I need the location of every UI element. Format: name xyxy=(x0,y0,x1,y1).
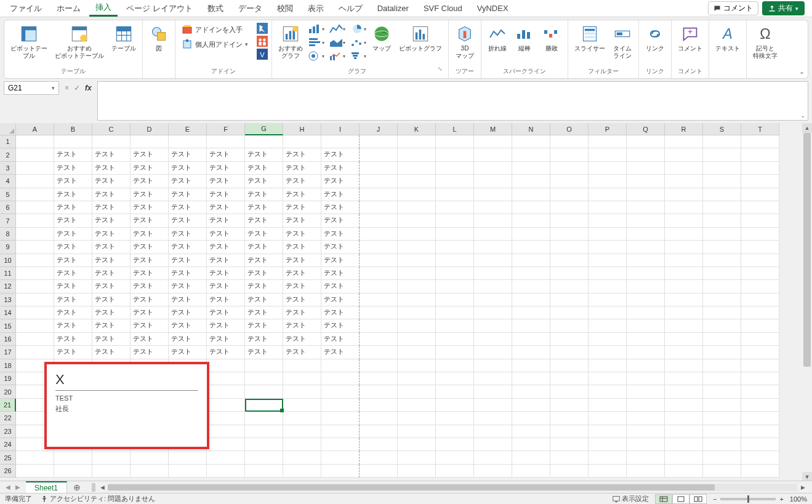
cell[interactable]: テスト xyxy=(245,188,283,201)
cell[interactable] xyxy=(169,465,207,478)
cell[interactable] xyxy=(474,267,512,280)
row-header[interactable]: 2 xyxy=(0,148,16,161)
cell[interactable] xyxy=(321,399,360,412)
cell[interactable] xyxy=(512,162,550,175)
cell[interactable]: テスト xyxy=(245,214,283,227)
cell[interactable] xyxy=(436,399,474,412)
cell[interactable] xyxy=(16,241,54,254)
cell[interactable] xyxy=(589,306,627,319)
cell[interactable] xyxy=(512,188,550,201)
cell[interactable] xyxy=(665,162,703,175)
cell[interactable] xyxy=(474,465,512,478)
page-layout-view-button[interactable] xyxy=(672,494,689,504)
funnel-chart-button[interactable]: ▾ xyxy=(350,50,367,62)
cell[interactable]: テスト xyxy=(283,228,321,241)
cell[interactable] xyxy=(550,451,589,464)
cell[interactable] xyxy=(398,241,436,254)
cell[interactable] xyxy=(665,425,703,438)
cell[interactable] xyxy=(283,399,321,412)
column-header[interactable]: R xyxy=(665,123,703,135)
cell[interactable] xyxy=(665,135,703,148)
cell[interactable] xyxy=(589,241,627,254)
cell[interactable] xyxy=(741,294,779,306)
sparkline-bar-button[interactable]: 縦棒 xyxy=(512,23,537,54)
cell[interactable] xyxy=(360,399,398,412)
cell[interactable] xyxy=(474,135,512,148)
cell[interactable]: テスト xyxy=(131,280,169,293)
cell[interactable] xyxy=(741,346,779,359)
cell[interactable] xyxy=(589,385,627,398)
cell[interactable] xyxy=(665,214,703,227)
cell[interactable] xyxy=(703,148,741,161)
pie-chart-button[interactable]: ▾ xyxy=(350,23,367,35)
cell[interactable] xyxy=(741,306,779,319)
row-header[interactable]: 13 xyxy=(0,294,16,306)
cell[interactable] xyxy=(360,346,398,359)
cell[interactable] xyxy=(245,372,283,385)
cell[interactable]: テスト xyxy=(207,254,245,267)
cell[interactable]: テスト xyxy=(54,201,92,214)
cell[interactable] xyxy=(665,451,703,464)
cell[interactable]: テスト xyxy=(92,294,131,306)
cell[interactable]: テスト xyxy=(92,228,131,241)
row-header[interactable]: 17 xyxy=(0,346,16,359)
cell[interactable] xyxy=(474,385,512,398)
dialog-launcher[interactable]: ⤡ xyxy=(438,66,444,77)
cell[interactable] xyxy=(550,214,589,227)
cell[interactable] xyxy=(589,188,627,201)
tab-校閲[interactable]: 校閲 xyxy=(271,0,299,17)
cell[interactable]: テスト xyxy=(54,188,92,201)
row-header[interactable]: 26 xyxy=(0,465,16,478)
cell[interactable] xyxy=(512,280,550,293)
cell[interactable] xyxy=(398,372,436,385)
cell[interactable]: テスト xyxy=(169,319,207,332)
cell[interactable] xyxy=(550,319,589,332)
cell[interactable] xyxy=(703,162,741,175)
cell[interactable] xyxy=(398,412,436,425)
cell[interactable] xyxy=(360,214,398,227)
column-header[interactable]: G xyxy=(245,123,283,135)
cell[interactable] xyxy=(550,346,589,359)
cell[interactable] xyxy=(665,294,703,306)
cell[interactable] xyxy=(512,148,550,161)
cell[interactable] xyxy=(360,306,398,319)
cell[interactable] xyxy=(512,201,550,214)
name-box[interactable]: G21 ▾ xyxy=(4,81,59,95)
link-button[interactable]: リンク xyxy=(643,23,667,54)
insert-comment-button[interactable]: +コメント xyxy=(675,23,705,54)
cell[interactable] xyxy=(360,228,398,241)
cell[interactable]: テスト xyxy=(283,306,321,319)
cell[interactable] xyxy=(16,306,54,319)
cell[interactable]: テスト xyxy=(245,319,283,332)
cell[interactable] xyxy=(436,188,474,201)
cell[interactable]: テスト xyxy=(169,241,207,254)
cell[interactable] xyxy=(131,465,169,478)
cell[interactable]: テスト xyxy=(169,280,207,293)
cell[interactable] xyxy=(665,280,703,293)
cell[interactable]: テスト xyxy=(92,254,131,267)
cell[interactable] xyxy=(360,465,398,478)
cell[interactable] xyxy=(474,241,512,254)
row-header[interactable]: 11 xyxy=(0,267,16,280)
cell[interactable]: テスト xyxy=(169,162,207,175)
cell[interactable]: テスト xyxy=(245,175,283,188)
cell[interactable]: テスト xyxy=(169,214,207,227)
cell[interactable] xyxy=(321,465,360,478)
cell[interactable] xyxy=(512,241,550,254)
cell[interactable] xyxy=(245,412,283,425)
cell[interactable] xyxy=(512,438,550,451)
cell[interactable] xyxy=(703,465,741,478)
tab-splitter[interactable] xyxy=(92,483,95,492)
cell[interactable]: テスト xyxy=(207,280,245,293)
cell[interactable] xyxy=(207,425,245,438)
cell[interactable]: テスト xyxy=(54,254,92,267)
cell[interactable] xyxy=(398,254,436,267)
cell[interactable] xyxy=(436,346,474,359)
cell[interactable] xyxy=(703,228,741,241)
cell[interactable] xyxy=(283,135,321,148)
cell[interactable] xyxy=(398,267,436,280)
cell[interactable]: テスト xyxy=(245,228,283,241)
column-header[interactable]: L xyxy=(436,123,474,135)
cell[interactable]: テスト xyxy=(321,162,360,175)
row-header[interactable]: 19 xyxy=(0,372,16,385)
